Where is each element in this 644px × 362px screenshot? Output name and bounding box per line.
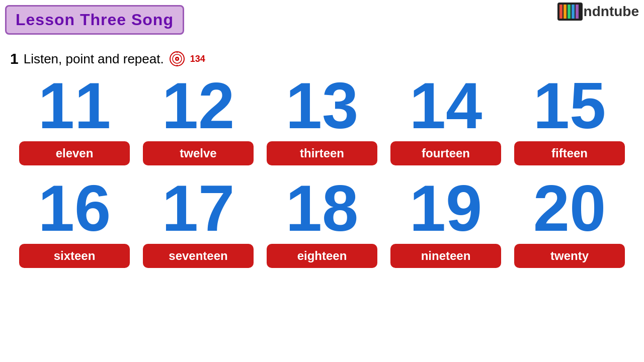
digit-18: 18 [286,175,359,241]
number-item-19: 19nineteen [386,175,505,268]
svg-rect-5 [576,5,579,19]
digit-15: 15 [533,73,606,138]
label-eighteen[interactable]: eighteen [267,244,377,268]
lesson-title-box: Lesson Three Song [5,5,184,35]
label-fifteen[interactable]: fifteen [514,141,625,165]
logo-icon [557,3,583,21]
lesson-title: Lesson Three Song [16,11,174,29]
number-item-11: 11eleven [15,73,134,165]
label-twelve[interactable]: twelve [143,141,254,165]
logo-text: ndntube [584,4,639,20]
instruction-text: Listen, point and repeat. [24,51,164,67]
number-item-13: 13thirteen [263,73,381,165]
digit-19: 19 [410,175,482,241]
digit-14: 14 [410,73,482,138]
number-item-15: 15fifteen [510,73,629,165]
digit-12: 12 [162,73,235,138]
label-fourteen[interactable]: fourteen [390,141,501,165]
label-eleven[interactable]: eleven [19,141,130,165]
header: Lesson Three Song [5,5,184,35]
svg-rect-2 [564,5,567,19]
logo: ndntube [557,3,639,21]
digit-20: 20 [533,175,606,241]
digit-13: 13 [286,73,359,138]
label-thirteen[interactable]: thirteen [267,141,377,165]
number-item-17: 17seventeen [139,175,258,268]
numbers-row-1: 11eleven12twelve13thirteen14fourteen15fi… [15,73,629,165]
svg-point-9 [176,58,178,60]
label-seventeen[interactable]: seventeen [143,244,254,268]
digit-17: 17 [162,175,235,241]
audio-icon[interactable] [169,51,185,67]
instruction-number: 1 [10,50,19,67]
svg-rect-1 [559,5,562,19]
numbers-row-2: 16sixteen17seventeen18eighteen19nineteen… [15,175,629,268]
digit-16: 16 [38,175,111,241]
label-nineteen[interactable]: nineteen [390,244,501,268]
number-item-16: 16sixteen [15,175,134,268]
track-number: 134 [190,54,205,64]
number-item-12: 12twelve [139,73,258,165]
numbers-grid: 11eleven12twelve13thirteen14fourteen15fi… [15,73,629,268]
label-twenty[interactable]: twenty [514,244,625,268]
label-sixteen[interactable]: sixteen [19,244,130,268]
svg-rect-3 [568,5,571,19]
digit-11: 11 [38,73,111,138]
number-item-18: 18eighteen [263,175,381,268]
number-item-20: 20twenty [510,175,629,268]
instruction-bar: 1 Listen, point and repeat. 134 [10,50,205,67]
number-item-14: 14fourteen [386,73,505,165]
svg-rect-4 [572,5,575,19]
